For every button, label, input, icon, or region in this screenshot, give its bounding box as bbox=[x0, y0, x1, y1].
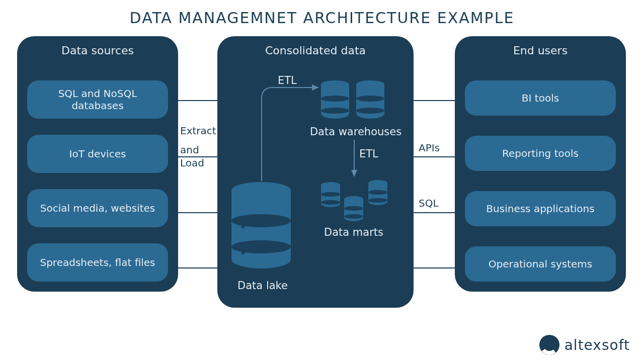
panel-header: Consolidated data bbox=[217, 36, 414, 57]
connector-label-apis: APIs bbox=[419, 142, 440, 154]
diagram-title: DATA MANAGEMNET ARCHITECTURE EXAMPLE bbox=[0, 9, 644, 27]
source-item: Spreadsheets, flat files bbox=[27, 243, 168, 282]
enduser-item: Operational systems bbox=[465, 246, 616, 282]
enduser-item: BI tools bbox=[465, 80, 616, 116]
svg-marker-0 bbox=[312, 84, 319, 90]
database-icon bbox=[368, 180, 387, 208]
database-icon bbox=[321, 182, 340, 210]
source-item: IoT devices bbox=[27, 135, 168, 173]
brand-footer: altexsoft bbox=[539, 335, 630, 355]
database-icon bbox=[231, 182, 291, 277]
database-icon bbox=[356, 80, 384, 123]
panel-end-users: End users BI tools Reporting tools Busin… bbox=[455, 36, 626, 292]
connector-label-load: Load bbox=[180, 157, 204, 169]
etl-arrow-icon bbox=[349, 140, 359, 178]
source-item: SQL and NoSQL databases bbox=[27, 80, 168, 119]
panel-header: End users bbox=[455, 36, 626, 57]
database-icon bbox=[344, 196, 363, 224]
marts-label: Data marts bbox=[316, 226, 391, 238]
enduser-item: Reporting tools bbox=[465, 136, 616, 171]
altexsoft-logo-icon bbox=[539, 335, 559, 355]
panel-data-sources: Data sources SQL and NoSQL databases IoT… bbox=[17, 36, 178, 292]
connector-label-and: and bbox=[180, 144, 199, 156]
connector-label-sql: SQL bbox=[419, 197, 439, 209]
datalake-label: Data lake bbox=[232, 280, 293, 292]
etl-label: ETL bbox=[359, 148, 378, 160]
brand-name: altexsoft bbox=[565, 337, 630, 353]
database-icon bbox=[321, 80, 349, 123]
panel-consolidated-data: Consolidated data Data lake bbox=[217, 36, 414, 308]
connector-label-extract: Extract bbox=[180, 125, 216, 137]
etl-arrow-icon bbox=[258, 83, 323, 184]
etl-label: ETL bbox=[278, 74, 297, 86]
svg-marker-2 bbox=[351, 170, 357, 177]
source-item: Social media, websites bbox=[27, 189, 168, 227]
panel-header: Data sources bbox=[17, 36, 178, 57]
enduser-item: Business applications bbox=[465, 191, 616, 226]
